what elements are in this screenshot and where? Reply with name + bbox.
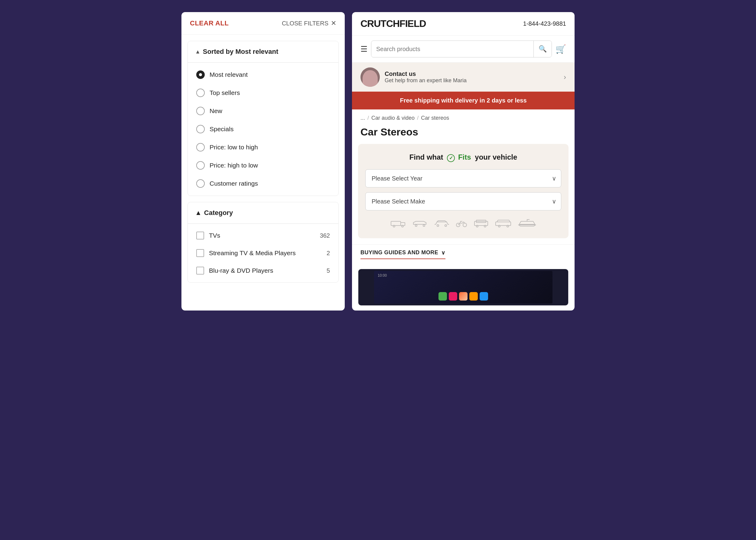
product-preview-image: 10:00: [358, 269, 568, 305]
category-item-tvs[interactable]: TVs 362: [188, 227, 338, 244]
sort-option-specials[interactable]: Specials: [188, 120, 338, 138]
category-section: ▲ Category TVs 362 Streaming TV & Media …: [188, 202, 339, 283]
sort-option-top-sellers[interactable]: Top sellers: [188, 84, 338, 102]
category-items-list: TVs 362 Streaming TV & Media Players 2 B…: [188, 224, 338, 282]
contact-title: Contact us: [385, 70, 559, 77]
sort-option-price-low-high[interactable]: Price: low to high: [188, 138, 338, 156]
category-item-count: 362: [320, 232, 330, 239]
truck-icon: [390, 219, 406, 228]
motorcycle-icon: [456, 219, 467, 228]
clear-all-button[interactable]: CLEAR ALL: [190, 19, 228, 27]
close-filters-button[interactable]: CLOSE FILTERS ✕: [282, 19, 336, 27]
svg-point-4: [415, 225, 417, 226]
radio-price-high-low: [196, 161, 205, 170]
sort-option-label: Specials: [210, 125, 233, 133]
sort-option-most-relevant[interactable]: Most relevant: [188, 66, 338, 84]
search-bar-row: ☰ 🔍 🛒: [352, 36, 574, 63]
category-item-bluray[interactable]: Blu-ray & DVD Players 5: [188, 262, 338, 279]
checkbox-streaming: [196, 249, 204, 257]
search-input-wrapper: 🔍: [371, 41, 552, 58]
search-icon: 🔍: [538, 45, 547, 53]
checkmark-icon: ✓: [447, 154, 455, 162]
sort-option-new[interactable]: New: [188, 102, 338, 120]
buying-guides-chevron-down-icon: ∨: [441, 249, 445, 256]
category-item-count: 5: [327, 267, 330, 274]
sort-option-label: Top sellers: [210, 89, 240, 96]
shipping-banner: Free shipping with delivery in 2 days or…: [352, 92, 574, 109]
make-select-wrapper: Please Select Make ∨: [365, 192, 561, 210]
category-header-label: Category: [204, 209, 233, 217]
breadcrumb-car-audio[interactable]: Car audio & video: [371, 115, 415, 121]
svg-rect-0: [391, 221, 401, 225]
svg-point-6: [437, 225, 439, 226]
svg-point-3: [401, 225, 403, 227]
site-header: CRUTCHFIELD 1-844-423-9881: [352, 12, 574, 36]
svg-point-13: [484, 225, 486, 227]
vehicle-icons-row: [365, 215, 561, 232]
category-item-streaming[interactable]: Streaming TV & Media Players 2: [188, 244, 338, 262]
hamburger-menu-icon[interactable]: ☰: [361, 45, 368, 54]
year-select[interactable]: Please Select Year: [365, 169, 561, 188]
vehicle-fit-title: Find what ✓ Fits your vehicle: [365, 153, 561, 162]
checkbox-bluray: [196, 267, 204, 275]
left-filter-panel: CLEAR ALL CLOSE FILTERS ✕ ▲ Sorted by Mo…: [182, 12, 345, 311]
contact-subtitle: Get help from an expert like Maria: [385, 77, 559, 84]
phone-number[interactable]: 1-844-423-9881: [523, 20, 566, 27]
category-item-count: 2: [327, 250, 330, 257]
sort-options-list: Most relevant Top sellers New Specials P…: [188, 63, 338, 196]
sort-option-price-high-low[interactable]: Price: high to low: [188, 156, 338, 175]
right-main-panel: CRUTCHFIELD 1-844-423-9881 ☰ 🔍 🛒 Contact…: [352, 12, 574, 311]
radio-most-relevant: [196, 70, 205, 79]
music-app-icon: [469, 292, 478, 301]
sort-option-label: Price: high to low: [210, 162, 258, 169]
product-screen: 10:00: [374, 271, 552, 304]
contact-banner[interactable]: Contact us Get help from an expert like …: [352, 63, 574, 92]
wagon-icon: [495, 219, 512, 228]
filter-header: CLEAR ALL CLOSE FILTERS ✕: [182, 12, 345, 35]
close-icon: ✕: [331, 19, 336, 27]
svg-point-16: [507, 225, 509, 227]
breadcrumb-car-stereos[interactable]: Car stereos: [421, 115, 449, 121]
category-header[interactable]: ▲ Category: [188, 202, 338, 224]
sort-header[interactable]: ▲ Sorted by Most relevant: [188, 41, 338, 63]
cart-icon-button[interactable]: 🛒: [555, 44, 566, 54]
search-input[interactable]: [371, 42, 533, 57]
maps-app-icon: [459, 292, 468, 301]
product-app-icons: [438, 292, 488, 301]
sort-option-customer-ratings[interactable]: Customer ratings: [188, 175, 338, 193]
sort-option-label: New: [210, 107, 222, 115]
svg-point-7: [445, 225, 447, 226]
year-select-wrapper: Please Select Year ∨: [365, 169, 561, 188]
site-logo: CRUTCHFIELD: [361, 18, 426, 29]
product-status-bar: 10:00: [378, 273, 387, 278]
sort-option-label: Most relevant: [210, 71, 248, 78]
category-item-label: Blu-ray & DVD Players: [209, 267, 273, 274]
page-title: Car Stereos: [352, 124, 574, 144]
sedan-icon: [434, 219, 450, 228]
search-button[interactable]: 🔍: [533, 41, 551, 57]
buying-guides-section: BUYING GUIDES AND MORE ∨: [352, 244, 574, 264]
category-item-label: Streaming TV & Media Players: [209, 249, 296, 257]
radio-specials: [196, 125, 205, 133]
checkbox-tvs: [196, 232, 204, 239]
sort-header-label: Sorted by Most relevant: [203, 48, 278, 56]
vehicle-fit-section: Find what ✓ Fits your vehicle Please Sel…: [358, 144, 568, 238]
phone-app-icon: [438, 292, 447, 301]
svg-point-12: [476, 225, 478, 227]
svg-point-5: [423, 225, 425, 226]
messages-app-icon: [449, 292, 457, 301]
radio-top-sellers: [196, 88, 205, 97]
buying-guides-button[interactable]: BUYING GUIDES AND MORE ∨: [361, 249, 445, 259]
svg-point-9: [463, 223, 467, 227]
breadcrumb: ... / Car audio & video / Car stereos: [352, 109, 574, 124]
shipping-banner-text: Free shipping with delivery in 2 days or…: [400, 97, 527, 104]
sort-option-label: Price: low to high: [210, 144, 258, 151]
radio-customer-ratings: [196, 179, 205, 188]
radio-new: [196, 107, 205, 115]
more-app-icon: [480, 292, 488, 301]
category-chevron-up-icon: ▲: [195, 209, 202, 217]
product-preview-card: 10:00: [358, 269, 568, 306]
make-select[interactable]: Please Select Make: [365, 192, 561, 210]
boat-icon: [518, 219, 536, 228]
breadcrumb-ellipsis: ...: [361, 115, 365, 121]
